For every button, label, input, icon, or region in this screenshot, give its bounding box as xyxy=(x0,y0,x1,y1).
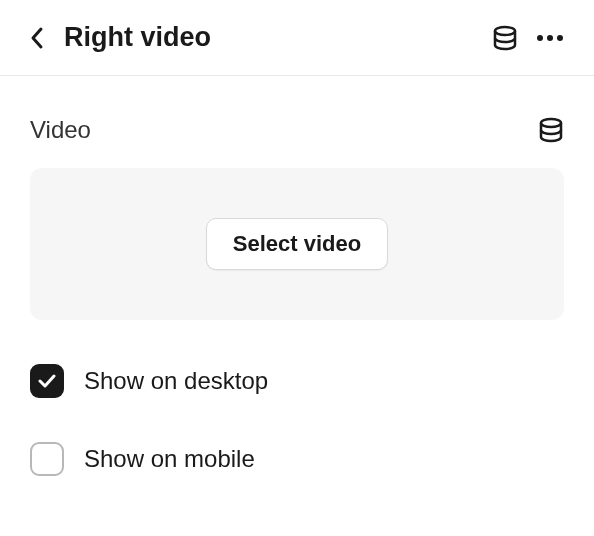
svg-point-4 xyxy=(541,119,561,127)
show-on-desktop-label: Show on desktop xyxy=(84,367,268,395)
svg-point-3 xyxy=(557,35,563,41)
svg-point-1 xyxy=(537,35,543,41)
show-on-mobile-row: Show on mobile xyxy=(30,442,564,476)
svg-point-0 xyxy=(495,27,515,35)
more-horizontal-icon xyxy=(536,34,564,42)
back-button[interactable] xyxy=(30,26,44,50)
section-label-row: Video xyxy=(30,116,564,144)
show-on-desktop-checkbox[interactable] xyxy=(30,364,64,398)
svg-point-2 xyxy=(547,35,553,41)
section-label: Video xyxy=(30,116,91,144)
header-actions xyxy=(492,25,564,51)
more-button[interactable] xyxy=(536,34,564,42)
video-well: Select video xyxy=(30,168,564,320)
chevron-left-icon xyxy=(30,26,44,50)
show-on-mobile-checkbox[interactable] xyxy=(30,442,64,476)
header: Right video xyxy=(0,0,594,76)
check-icon xyxy=(38,374,56,388)
show-on-mobile-label: Show on mobile xyxy=(84,445,255,473)
page-title: Right video xyxy=(64,22,492,53)
database-icon xyxy=(538,117,564,143)
show-on-desktop-row: Show on desktop xyxy=(30,364,564,398)
database-icon xyxy=(492,25,518,51)
video-section: Video Select video Show on desktop Show … xyxy=(0,76,594,476)
select-video-button[interactable]: Select video xyxy=(206,218,388,270)
video-data-source-button[interactable] xyxy=(538,117,564,143)
data-source-button[interactable] xyxy=(492,25,518,51)
